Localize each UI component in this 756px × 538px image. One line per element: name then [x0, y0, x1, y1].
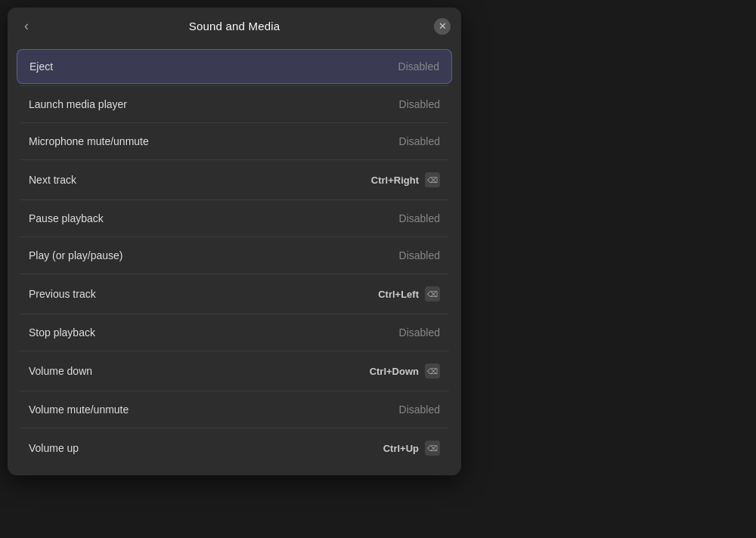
- close-button[interactable]: ✕: [434, 18, 451, 35]
- delete-keybind-icon-next-track[interactable]: ⌫: [425, 172, 440, 187]
- shortcut-value-eject: Disabled: [398, 60, 439, 73]
- dialog-title: Sound and Media: [189, 20, 280, 32]
- shortcut-label-volume-mute: Volume mute/unmute: [29, 404, 129, 416]
- shortcut-value-wrapper-next-track: Ctrl+Right⌫: [371, 172, 440, 187]
- shortcut-item-previous-track[interactable]: Previous trackCtrl+Left⌫: [17, 276, 452, 312]
- shortcut-value-wrapper-volume-up: Ctrl+Up⌫: [383, 441, 440, 456]
- shortcut-value-wrapper-pause-playback: Disabled: [399, 212, 440, 224]
- shortcut-value-volume-down: Ctrl+Down: [370, 366, 419, 377]
- shortcut-item-play-pause[interactable]: Play (or play/pause)Disabled: [17, 239, 452, 272]
- shortcut-list: EjectDisabledLaunch media playerDisabled…: [8, 45, 461, 475]
- shortcut-value-launch-media-player: Disabled: [399, 98, 440, 110]
- shortcut-value-wrapper-stop-playback: Disabled: [399, 326, 440, 339]
- shortcut-item-volume-down[interactable]: Volume downCtrl+Down⌫: [17, 353, 452, 389]
- shortcut-label-play-pause: Play (or play/pause): [29, 249, 123, 261]
- shortcut-value-play-pause: Disabled: [399, 249, 440, 261]
- shortcut-label-eject: Eject: [29, 60, 53, 73]
- divider: [20, 351, 449, 351]
- divider: [20, 159, 449, 160]
- shortcut-label-microphone-mute: Microphone mute/unmute: [29, 135, 149, 147]
- shortcut-value-microphone-mute: Disabled: [399, 135, 440, 147]
- shortcut-label-previous-track: Previous track: [29, 288, 96, 300]
- divider: [20, 428, 449, 428]
- shortcut-value-wrapper-volume-mute: Disabled: [399, 404, 440, 416]
- shortcut-value-wrapper-eject: Disabled: [398, 60, 439, 73]
- divider: [20, 391, 449, 391]
- delete-keybind-icon-previous-track[interactable]: ⌫: [425, 286, 440, 301]
- shortcut-value-wrapper-play-pause: Disabled: [399, 249, 440, 261]
- shortcut-item-volume-up[interactable]: Volume upCtrl+Up⌫: [17, 430, 452, 466]
- divider: [20, 199, 449, 200]
- shortcut-value-pause-playback: Disabled: [399, 212, 440, 224]
- shortcut-label-pause-playback: Pause playback: [29, 212, 104, 224]
- shortcut-value-volume-mute: Disabled: [399, 404, 440, 416]
- divider: [20, 314, 449, 314]
- shortcut-value-volume-up: Ctrl+Up: [383, 443, 419, 454]
- shortcut-item-launch-media-player[interactable]: Launch media playerDisabled: [17, 88, 452, 121]
- shortcut-item-pause-playback[interactable]: Pause playbackDisabled: [17, 202, 452, 235]
- shortcut-label-volume-down: Volume down: [29, 365, 92, 377]
- shortcut-value-previous-track: Ctrl+Left: [378, 289, 419, 300]
- shortcut-item-microphone-mute[interactable]: Microphone mute/unmuteDisabled: [17, 125, 452, 158]
- shortcut-label-volume-up: Volume up: [29, 442, 79, 454]
- dialog-header: ‹ Sound and Media ✕: [8, 8, 461, 45]
- back-button[interactable]: ‹: [18, 15, 35, 37]
- delete-keybind-icon-volume-up[interactable]: ⌫: [425, 441, 440, 456]
- sound-and-media-dialog: ‹ Sound and Media ✕ EjectDisabledLaunch …: [8, 8, 461, 475]
- shortcut-value-wrapper-launch-media-player: Disabled: [399, 98, 440, 110]
- divider: [20, 85, 449, 86]
- divider: [20, 122, 449, 123]
- shortcut-item-next-track[interactable]: Next trackCtrl+Right⌫: [17, 162, 452, 198]
- divider: [20, 274, 449, 274]
- shortcut-item-volume-mute[interactable]: Volume mute/unmuteDisabled: [17, 393, 452, 426]
- shortcut-value-wrapper-volume-down: Ctrl+Down⌫: [370, 363, 440, 379]
- shortcut-label-launch-media-player: Launch media player: [29, 98, 127, 110]
- delete-keybind-icon-volume-down[interactable]: ⌫: [425, 363, 440, 379]
- shortcut-label-next-track: Next track: [29, 174, 76, 186]
- shortcut-item-stop-playback[interactable]: Stop playbackDisabled: [17, 316, 452, 349]
- shortcut-value-stop-playback: Disabled: [399, 326, 440, 339]
- divider: [20, 237, 449, 237]
- shortcut-value-next-track: Ctrl+Right: [371, 175, 419, 186]
- shortcut-value-wrapper-microphone-mute: Disabled: [399, 135, 440, 147]
- shortcut-label-stop-playback: Stop playback: [29, 326, 95, 339]
- shortcut-value-wrapper-previous-track: Ctrl+Left⌫: [378, 286, 440, 301]
- shortcut-item-eject[interactable]: EjectDisabled: [17, 49, 452, 84]
